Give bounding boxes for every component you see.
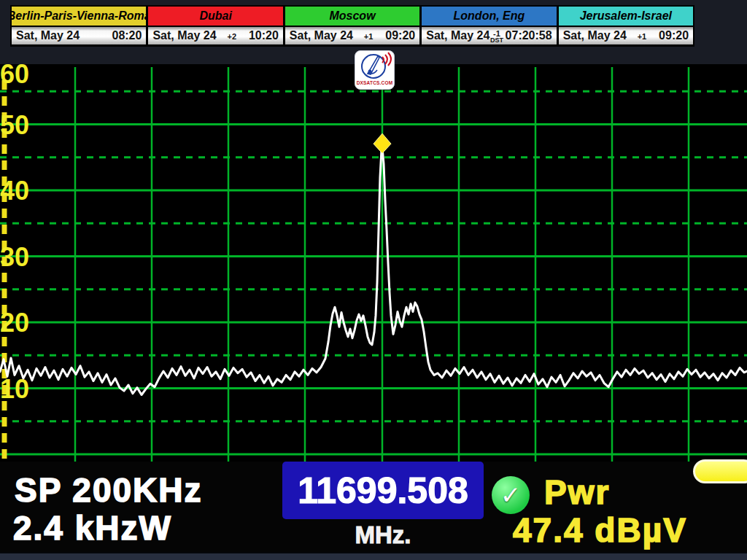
dxsatcs-logo: DXSATCS.COM: [355, 50, 395, 90]
city-title: Moscow: [285, 7, 419, 26]
spectrum-plot: 605040302010: [0, 64, 747, 462]
satellite-dish-icon: [355, 51, 394, 81]
city-time-row: Sat, May 24 08:20: [12, 27, 146, 44]
y-axis-tick-label: 50: [0, 110, 29, 140]
city-time-row: Sat, May 24 +1 09:20: [285, 27, 419, 44]
time-label: 08:20: [112, 29, 142, 42]
peak-marker-icon: [374, 133, 391, 153]
date-label: Sat, May 24: [426, 29, 489, 42]
world-clock-bar: Berlin-Paris-Vienna-Roma Sat, May 24 08:…: [10, 5, 694, 47]
span-readout: SP 200KHz: [15, 470, 203, 510]
utc-offset: +2: [217, 32, 247, 40]
clock-panel-moscow: Moscow Sat, May 24 +1 09:20: [285, 7, 419, 45]
city-time-row: Sat, May 24 +2 10:20: [148, 27, 282, 44]
frequency-value: 11699.508: [298, 470, 468, 512]
y-axis-tick-label: 20: [0, 308, 29, 338]
city-title: London, Eng: [422, 7, 556, 26]
utc-offset: [80, 36, 110, 36]
clock-panel-london: London, Eng Sat, May 24 -1DST 07:20:58: [422, 7, 556, 45]
time-label: 07:20:58: [506, 29, 552, 42]
readout-panel: SP 200KHz 2.4 kHzW 11699.508 MHz. ✓ Pwr …: [0, 462, 747, 552]
city-time-row: Sat, May 24 -1DST 07:20:58: [422, 27, 556, 44]
spectrum-trace: [0, 147, 747, 394]
clock-panel-berlin: Berlin-Paris-Vienna-Roma Sat, May 24 08:…: [12, 7, 146, 45]
time-label: 09:20: [385, 29, 415, 42]
city-title: Berlin-Paris-Vienna-Roma: [12, 7, 146, 26]
logo-text: DXSATCS.COM: [357, 80, 393, 85]
y-axis-tick-label: 10: [0, 374, 29, 404]
time-label: 10:20: [249, 29, 279, 42]
y-axis-tick-label: 60: [0, 64, 29, 89]
date-label: Sat, May 24: [16, 29, 80, 42]
frequency-display[interactable]: 11699.508: [282, 462, 484, 519]
yellow-pill-button[interactable]: [693, 459, 747, 483]
clock-panel-jerusalem: Jerusalem-Israel Sat, May 24 +1 09:20: [559, 7, 693, 45]
date-label: Sat, May 24: [152, 29, 216, 42]
utc-offset-dst: -1DST: [489, 29, 503, 43]
power-label: Pwr: [544, 472, 610, 512]
power-value: 47.4 dBµV: [513, 510, 687, 550]
date-label: Sat, May 24: [290, 29, 353, 42]
city-title: Jerusalem-Israel: [559, 7, 693, 26]
frequency-unit-label: MHz.: [282, 521, 484, 549]
y-axis-tick-label: 40: [0, 176, 29, 206]
clock-panel-dubai: Dubai Sat, May 24 +2 10:20: [148, 7, 282, 45]
utc-offset: +1: [353, 32, 384, 40]
utc-offset: +1: [627, 32, 657, 40]
time-label: 09:20: [659, 29, 689, 42]
y-axis-tick-label: 30: [0, 242, 29, 272]
date-label: Sat, May 24: [563, 29, 627, 42]
city-title: Dubai: [148, 7, 282, 26]
rbw-readout: 2.4 kHzW: [13, 508, 172, 548]
bottom-edge-strip: [0, 552, 747, 560]
lock-ok-check-icon: ✓: [492, 476, 530, 514]
city-time-row: Sat, May 24 +1 09:20: [559, 27, 693, 44]
